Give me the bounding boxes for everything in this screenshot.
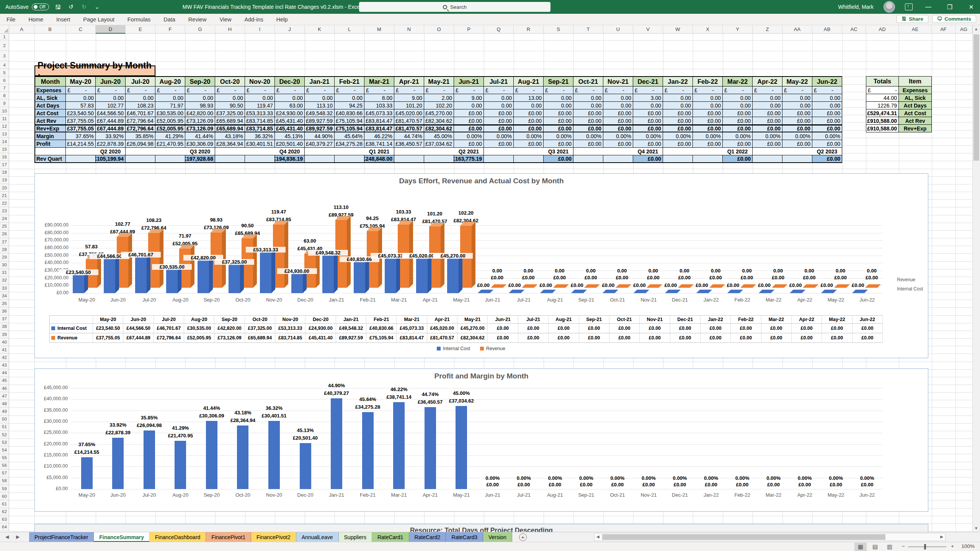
summary-cell-quarter[interactable]: Q2 2020 xyxy=(96,148,126,155)
row-header-51[interactable]: 51 xyxy=(0,423,9,431)
summary-cell[interactable]: 0.00 xyxy=(782,102,812,109)
scroll-left-icon[interactable]: ◀ xyxy=(596,535,599,539)
summary-cell[interactable]: £- xyxy=(364,86,394,94)
bar-internal-cost[interactable] xyxy=(447,259,459,293)
summary-cell[interactable]: 0.00 xyxy=(335,94,364,102)
summary-cell[interactable]: £45,431.40 xyxy=(275,117,305,125)
summary-cell[interactable]: 57.83 xyxy=(66,102,96,109)
summary-cell[interactable]: £- xyxy=(126,86,155,94)
summary-col-May-20[interactable]: May-20 xyxy=(66,76,96,86)
bar-profit[interactable] xyxy=(237,425,248,489)
summary-cell[interactable]: £45,270.00 xyxy=(424,109,454,117)
summary-cell-quarter[interactable] xyxy=(155,148,185,155)
summary-cell[interactable]: 0.00 xyxy=(603,94,633,102)
summary-cell[interactable]: £- xyxy=(484,86,514,94)
summary-cell-revquart[interactable] xyxy=(484,155,514,163)
summary-cell[interactable]: 44.74% xyxy=(394,132,424,140)
column-header-F[interactable]: F xyxy=(155,25,185,34)
summary-cell[interactable]: £0.00 xyxy=(753,109,782,117)
bar-internal-cost-zero[interactable] xyxy=(634,290,649,293)
summary-cell[interactable]: £0.00 xyxy=(782,140,812,148)
bar-profit[interactable] xyxy=(393,402,405,489)
summary-cell[interactable]: £67,444.89 xyxy=(96,125,126,132)
summary-cell[interactable]: 0.00 xyxy=(305,94,335,102)
row-header-52[interactable]: 52 xyxy=(0,431,9,439)
column-header-I[interactable]: I xyxy=(245,25,275,34)
summary-cell-revquart[interactable] xyxy=(126,155,155,163)
summary-cell[interactable]: £0.00 xyxy=(723,109,753,117)
summary-cell-revquart[interactable]: £0.00 xyxy=(812,155,842,163)
bar-profit[interactable] xyxy=(362,412,374,489)
summary-cell[interactable]: 0.00 xyxy=(723,102,753,109)
summary-cell[interactable]: £40,830.66 xyxy=(335,109,364,117)
summary-cell[interactable]: 113.10 xyxy=(305,102,335,109)
summary-col-Mar-21[interactable]: Mar-21 xyxy=(364,76,394,86)
summary-cell-revquart[interactable]: £197,928.68 xyxy=(185,155,215,163)
chart-profit-margin[interactable]: Profit and Margin by Month£45,000.00£40,… xyxy=(34,368,928,512)
minimize-button[interactable]: — xyxy=(923,3,934,10)
summary-cell[interactable]: £0.00 xyxy=(663,125,693,132)
summary-cell[interactable]: £- xyxy=(544,86,573,94)
summary-cell[interactable]: 0.00 xyxy=(633,102,663,109)
row-header-12[interactable]: 12 xyxy=(0,122,9,130)
summary-cell-revquart[interactable] xyxy=(424,155,454,163)
bar-internal-cost-zero[interactable] xyxy=(540,290,556,293)
summary-cell[interactable]: £0.00 xyxy=(454,109,484,117)
summary-col-May-21[interactable]: May-21 xyxy=(424,76,454,86)
row-header-10[interactable]: 10 xyxy=(0,107,9,115)
bar-profit[interactable] xyxy=(425,407,436,489)
summary-cell[interactable]: £0.00 xyxy=(633,117,663,125)
row-header-31[interactable]: 31 xyxy=(0,269,9,277)
scroll-right-icon[interactable]: ▶ xyxy=(940,535,943,539)
summary-col-Aug-21[interactable]: Aug-21 xyxy=(514,76,544,86)
autosave-toggle[interactable]: AutoSave Off xyxy=(5,3,49,10)
summary-cell[interactable]: 0.00 xyxy=(215,94,245,102)
bar-internal-cost-zero[interactable] xyxy=(727,290,743,293)
summary-cell[interactable]: 0.00 xyxy=(66,94,96,102)
summary-cell[interactable]: £- xyxy=(335,86,364,94)
summary-cell[interactable]: £0.00 xyxy=(693,117,723,125)
sheet-tab-ratecard2[interactable]: RateCard2 xyxy=(409,532,446,542)
summary-cell-quarter[interactable]: Q3 2021 xyxy=(544,148,573,155)
summary-cell[interactable]: 0.00% xyxy=(454,132,484,140)
summary-cell[interactable]: £0.00 xyxy=(573,109,603,117)
summary-cell[interactable]: £0.00 xyxy=(723,140,753,148)
bar-internal-cost[interactable] xyxy=(198,261,209,293)
ribbon-tab-review[interactable]: Review xyxy=(182,14,213,25)
row-header-16[interactable]: 16 xyxy=(0,153,9,161)
row-header-25[interactable]: 25 xyxy=(0,223,9,230)
summary-cell-quarter[interactable]: Q2 2021 xyxy=(454,148,484,155)
row-header-8[interactable]: 8 xyxy=(0,92,9,99)
summary-cell[interactable]: 0.00% xyxy=(514,132,544,140)
summary-row-label-rev_exp[interactable]: Rev+Exp xyxy=(34,125,66,132)
row-header-11[interactable]: 11 xyxy=(0,115,9,122)
row-header-47[interactable]: 47 xyxy=(0,392,9,400)
row-header-2[interactable]: 2 xyxy=(0,40,9,51)
summary-cell[interactable]: £83,714.85 xyxy=(245,117,275,125)
summary-cell[interactable]: 45.13% xyxy=(275,132,305,140)
sheet-tab-financepivot2[interactable]: FinancePivot2 xyxy=(251,532,296,542)
summary-cell-revquart[interactable] xyxy=(305,155,335,163)
summary-col-Jun-22[interactable]: Jun-22 xyxy=(812,76,842,86)
column-header-K[interactable]: K xyxy=(305,25,335,34)
summary-cell-revquart[interactable]: £0.00 xyxy=(544,155,573,163)
summary-cell-quarter[interactable] xyxy=(514,148,544,155)
summary-cell[interactable]: £45,073.33 xyxy=(364,109,394,117)
summary-cell[interactable]: 0.00% xyxy=(663,132,693,140)
summary-cell[interactable]: £36,450.57 xyxy=(394,140,424,148)
summary-cell[interactable]: 8.00 xyxy=(364,94,394,102)
ribbon-tab-file[interactable]: File xyxy=(0,14,22,25)
summary-cell[interactable]: £0.00 xyxy=(693,140,723,148)
summary-cell[interactable]: 0.00 xyxy=(185,94,215,102)
avatar[interactable] xyxy=(884,1,895,13)
summary-cell[interactable]: £45,431.40 xyxy=(275,125,305,132)
row-header-28[interactable]: 28 xyxy=(0,246,9,253)
horizontal-scrollbar[interactable]: ◀ ▶ xyxy=(594,533,946,541)
row-header-24[interactable]: 24 xyxy=(0,215,9,223)
row-header-9[interactable]: 9 xyxy=(0,99,9,107)
normal-view-icon[interactable]: ▦ xyxy=(854,543,867,551)
column-header-L[interactable]: L xyxy=(335,25,364,34)
row-header-34[interactable]: 34 xyxy=(0,292,9,300)
summary-cell[interactable]: 0.00 xyxy=(723,94,753,102)
summary-cell[interactable]: £37,034.62 xyxy=(424,140,454,148)
